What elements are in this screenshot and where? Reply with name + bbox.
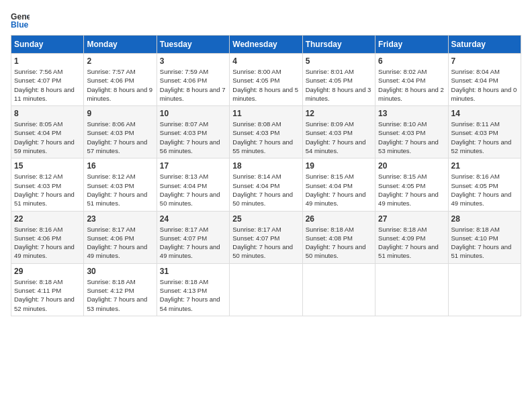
day-info: Sunrise: 8:11 AM Sunset: 4:03 PM Dayligh…	[451, 120, 518, 155]
weekday-header-sunday: Sunday	[11, 36, 84, 54]
page-header: General Blue	[11, 11, 521, 30]
day-number: 23	[87, 214, 153, 224]
weekday-header-monday: Monday	[84, 36, 157, 54]
day-info: Sunrise: 7:56 AM Sunset: 4:07 PM Dayligh…	[14, 67, 81, 103]
day-info: Sunrise: 7:59 AM Sunset: 4:06 PM Dayligh…	[160, 67, 226, 103]
calendar-cell: 16 Sunrise: 8:12 AM Sunset: 4:03 PM Dayl…	[84, 158, 157, 211]
day-info: Sunrise: 8:18 AM Sunset: 4:08 PM Dayligh…	[306, 225, 372, 261]
calendar-cell: 28 Sunrise: 8:18 AM Sunset: 4:10 PM Dayl…	[448, 211, 521, 263]
calendar-week-row: 8 Sunrise: 8:05 AM Sunset: 4:04 PM Dayli…	[11, 106, 521, 158]
calendar-cell: 29 Sunrise: 8:18 AM Sunset: 4:11 PM Dayl…	[11, 263, 84, 316]
day-number: 10	[160, 109, 226, 118]
weekday-header-friday: Friday	[375, 36, 448, 54]
weekday-header-thursday: Thursday	[302, 36, 375, 54]
day-number: 9	[87, 109, 153, 118]
calendar-cell: 8 Sunrise: 8:05 AM Sunset: 4:04 PM Dayli…	[11, 106, 84, 158]
calendar-cell: 20 Sunrise: 8:15 AM Sunset: 4:05 PM Dayl…	[375, 158, 448, 211]
day-info: Sunrise: 8:07 AM Sunset: 4:03 PM Dayligh…	[160, 120, 226, 155]
day-info: Sunrise: 8:18 AM Sunset: 4:09 PM Dayligh…	[378, 225, 445, 261]
weekday-header-tuesday: Tuesday	[157, 36, 229, 54]
logo-icon: General Blue	[11, 11, 30, 30]
day-info: Sunrise: 8:00 AM Sunset: 4:05 PM Dayligh…	[232, 67, 299, 103]
day-number: 7	[451, 56, 518, 66]
day-number: 28	[451, 214, 518, 224]
day-number: 1	[14, 56, 81, 66]
calendar-body: 1 Sunrise: 7:56 AM Sunset: 4:07 PM Dayli…	[11, 54, 521, 316]
day-info: Sunrise: 8:08 AM Sunset: 4:03 PM Dayligh…	[232, 120, 299, 155]
calendar-cell: 22 Sunrise: 8:16 AM Sunset: 4:06 PM Dayl…	[11, 211, 84, 263]
day-info: Sunrise: 8:18 AM Sunset: 4:13 PM Dayligh…	[160, 277, 226, 313]
day-info: Sunrise: 8:16 AM Sunset: 4:06 PM Dayligh…	[14, 225, 81, 261]
calendar-cell: 25 Sunrise: 8:17 AM Sunset: 4:07 PM Dayl…	[230, 211, 302, 263]
day-info: Sunrise: 8:17 AM Sunset: 4:07 PM Dayligh…	[232, 225, 299, 261]
day-number: 25	[232, 214, 299, 224]
calendar-cell: 14 Sunrise: 8:11 AM Sunset: 4:03 PM Dayl…	[448, 106, 521, 158]
calendar-table: SundayMondayTuesdayWednesdayThursdayFrid…	[11, 35, 521, 316]
calendar-cell: 17 Sunrise: 8:13 AM Sunset: 4:04 PM Dayl…	[157, 158, 229, 211]
calendar-cell	[230, 263, 302, 316]
calendar-week-row: 15 Sunrise: 8:12 AM Sunset: 4:03 PM Dayl…	[11, 158, 521, 211]
calendar-cell: 6 Sunrise: 8:02 AM Sunset: 4:04 PM Dayli…	[375, 54, 448, 106]
day-number: 4	[232, 56, 299, 66]
day-number: 8	[14, 109, 81, 118]
day-info: Sunrise: 8:18 AM Sunset: 4:11 PM Dayligh…	[14, 277, 81, 313]
day-info: Sunrise: 8:12 AM Sunset: 4:03 PM Dayligh…	[14, 172, 81, 208]
day-info: Sunrise: 8:06 AM Sunset: 4:03 PM Dayligh…	[87, 120, 153, 155]
calendar-cell: 31 Sunrise: 8:18 AM Sunset: 4:13 PM Dayl…	[157, 263, 229, 316]
weekday-header-wednesday: Wednesday	[230, 36, 302, 54]
calendar-cell: 24 Sunrise: 8:17 AM Sunset: 4:07 PM Dayl…	[157, 211, 229, 263]
day-number: 20	[378, 161, 445, 171]
day-number: 26	[306, 214, 372, 224]
day-number: 5	[306, 56, 372, 66]
day-info: Sunrise: 8:14 AM Sunset: 4:04 PM Dayligh…	[232, 172, 299, 208]
day-info: Sunrise: 8:18 AM Sunset: 4:10 PM Dayligh…	[451, 225, 518, 261]
calendar-cell: 11 Sunrise: 8:08 AM Sunset: 4:03 PM Dayl…	[230, 106, 302, 158]
calendar-cell: 7 Sunrise: 8:04 AM Sunset: 4:04 PM Dayli…	[448, 54, 521, 106]
day-info: Sunrise: 8:17 AM Sunset: 4:06 PM Dayligh…	[87, 225, 153, 261]
calendar-cell: 23 Sunrise: 8:17 AM Sunset: 4:06 PM Dayl…	[84, 211, 157, 263]
day-info: Sunrise: 8:10 AM Sunset: 4:03 PM Dayligh…	[378, 120, 445, 155]
day-info: Sunrise: 8:05 AM Sunset: 4:04 PM Dayligh…	[14, 120, 81, 155]
day-number: 3	[160, 56, 226, 66]
day-number: 24	[160, 214, 226, 224]
day-number: 30	[87, 267, 153, 276]
calendar-cell	[302, 263, 375, 316]
calendar-cell: 19 Sunrise: 8:15 AM Sunset: 4:04 PM Dayl…	[302, 158, 375, 211]
weekday-header-saturday: Saturday	[448, 36, 521, 54]
day-info: Sunrise: 8:12 AM Sunset: 4:03 PM Dayligh…	[87, 172, 153, 208]
day-info: Sunrise: 8:17 AM Sunset: 4:07 PM Dayligh…	[160, 225, 226, 261]
svg-text:Blue: Blue	[11, 20, 29, 30]
day-number: 19	[306, 161, 372, 171]
calendar-cell: 21 Sunrise: 8:16 AM Sunset: 4:05 PM Dayl…	[448, 158, 521, 211]
day-number: 29	[14, 267, 81, 276]
calendar-cell: 3 Sunrise: 7:59 AM Sunset: 4:06 PM Dayli…	[157, 54, 229, 106]
day-number: 27	[378, 214, 445, 224]
calendar-cell	[448, 263, 521, 316]
day-number: 6	[378, 56, 445, 66]
day-number: 17	[160, 161, 226, 171]
calendar-cell: 15 Sunrise: 8:12 AM Sunset: 4:03 PM Dayl…	[11, 158, 84, 211]
day-number: 21	[451, 161, 518, 171]
day-number: 14	[451, 109, 518, 118]
day-info: Sunrise: 7:57 AM Sunset: 4:06 PM Dayligh…	[87, 67, 153, 103]
calendar-cell: 1 Sunrise: 7:56 AM Sunset: 4:07 PM Dayli…	[11, 54, 84, 106]
day-number: 15	[14, 161, 81, 171]
day-info: Sunrise: 8:15 AM Sunset: 4:05 PM Dayligh…	[378, 172, 445, 208]
calendar-cell: 26 Sunrise: 8:18 AM Sunset: 4:08 PM Dayl…	[302, 211, 375, 263]
day-info: Sunrise: 8:09 AM Sunset: 4:03 PM Dayligh…	[306, 120, 372, 155]
day-number: 13	[378, 109, 445, 118]
day-number: 18	[232, 161, 299, 171]
calendar-week-row: 22 Sunrise: 8:16 AM Sunset: 4:06 PM Dayl…	[11, 211, 521, 263]
day-info: Sunrise: 8:18 AM Sunset: 4:12 PM Dayligh…	[87, 277, 153, 313]
day-number: 16	[87, 161, 153, 171]
calendar-cell: 18 Sunrise: 8:14 AM Sunset: 4:04 PM Dayl…	[230, 158, 302, 211]
day-info: Sunrise: 8:16 AM Sunset: 4:05 PM Dayligh…	[451, 172, 518, 208]
calendar-cell: 12 Sunrise: 8:09 AM Sunset: 4:03 PM Dayl…	[302, 106, 375, 158]
calendar-cell	[375, 263, 448, 316]
day-number: 2	[87, 56, 153, 66]
day-info: Sunrise: 8:13 AM Sunset: 4:04 PM Dayligh…	[160, 172, 226, 208]
calendar-cell: 9 Sunrise: 8:06 AM Sunset: 4:03 PM Dayli…	[84, 106, 157, 158]
day-info: Sunrise: 8:15 AM Sunset: 4:04 PM Dayligh…	[306, 172, 372, 208]
day-number: 22	[14, 214, 81, 224]
calendar-cell: 13 Sunrise: 8:10 AM Sunset: 4:03 PM Dayl…	[375, 106, 448, 158]
